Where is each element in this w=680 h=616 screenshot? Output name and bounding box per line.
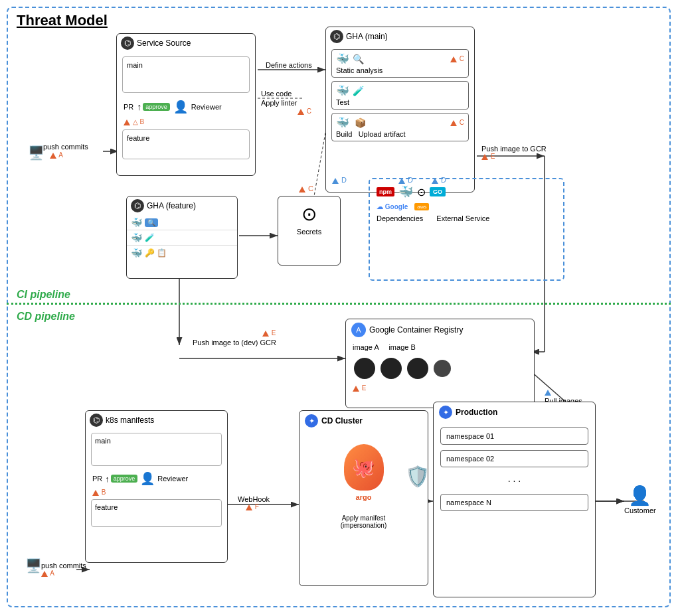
- threat-d-1: D: [332, 176, 347, 184]
- cd-cluster-box: ✦ CD Cluster 🐙 argo Apply manifest (impe…: [299, 410, 428, 586]
- gha-main-title: GHA (main): [346, 32, 388, 41]
- threat-c-tri-build: [450, 120, 457, 126]
- go-icon: GO: [430, 187, 446, 196]
- service-source-header: ⌬ Service Source: [117, 34, 255, 52]
- define-actions-label: Define actions: [266, 61, 312, 69]
- threat-e-gcr: E: [481, 153, 495, 160]
- gha-feature-row3: 🐳 🔑 📋: [127, 246, 237, 260]
- test-label: Test: [336, 98, 464, 106]
- gcr-header: A Google Container Registry: [346, 319, 534, 341]
- gha-feature-row2: 🐳 🧪: [127, 230, 237, 246]
- threat-e-pull: [545, 388, 552, 396]
- k8s-feature-branch: feature: [95, 503, 218, 511]
- pr-label-ci: PR: [124, 103, 133, 111]
- main-branch-label: main: [127, 61, 245, 69]
- gcr-image-circle-3: [407, 358, 428, 379]
- static-analysis-box: 🐳 🔍 C Static analysis: [331, 49, 469, 78]
- production-box: ✦ Production namespace 01 namespace 02 ·…: [433, 402, 596, 597]
- threat-e-dev: E: [262, 329, 276, 337]
- docker-icon-dep: 🐳: [398, 185, 413, 199]
- threat-model-title: Threat Model: [17, 12, 108, 29]
- push-image-dev-gcr-label: Push image to (dev) GCR: [193, 339, 276, 346]
- argo-label: argo: [356, 493, 372, 501]
- gha-feature-title: GHA (feature): [147, 201, 196, 210]
- gcr-box: A Google Container Registry image A imag…: [345, 319, 535, 408]
- push-image-gcr-label: Push image to GCR: [481, 145, 547, 153]
- service-source-title: Service Source: [137, 38, 191, 48]
- google-cloud-icon: ☁ Google: [377, 203, 408, 210]
- k8s-header: ⌬ k8s manifests: [86, 411, 227, 429]
- cd-cluster-header: ✦ CD Cluster: [299, 411, 428, 431]
- github-icon-secrets: ⊙: [278, 203, 340, 225]
- github-icon-k8s: ⌬: [90, 414, 103, 427]
- ellipsis: · · ·: [434, 473, 595, 489]
- threat-f-webhook: F: [246, 503, 259, 510]
- gha-feature-row1: 🐳 🔍: [127, 215, 237, 230]
- github-icon-dep: ⊙: [417, 186, 426, 198]
- push-commits-cd-label: push commits: [41, 562, 86, 570]
- gcr-title: Google Container Registry: [369, 325, 463, 335]
- argo-icon: 🐙: [344, 444, 384, 491]
- static-analysis-label: Static analysis: [336, 66, 464, 74]
- k8s-reviewer-icon: 👤: [140, 471, 155, 486]
- gcr-a-icon: A: [351, 323, 366, 337]
- ci-pipeline-label: CI pipeline: [17, 289, 70, 301]
- threat-e-gcr-box: E: [346, 383, 534, 393]
- k8s-reviewer-label: Reviewer: [157, 475, 188, 483]
- gha-feature-box: ⌬ GHA (feature) 🐳 🔍 🐳 🧪 🐳 🔑 📋: [126, 196, 238, 279]
- npm-icon: npm: [377, 187, 394, 196]
- external-service-label: External Service: [436, 214, 489, 222]
- threat-a-ci: A: [50, 151, 63, 159]
- build-upload-box: 🐳 📦 C Build Upload artifact: [331, 113, 469, 141]
- gha-main-box: ⌬ GHA (main) 🐳 🔍 C Static analysis 🐳 🧪 T…: [325, 27, 475, 193]
- namespace-02-box: namespace 02: [440, 450, 588, 467]
- apply-linter-label: Apply linter: [261, 99, 297, 107]
- approve-badge-ci: approve: [143, 103, 170, 111]
- threat-b-tri-ci: [124, 119, 130, 125]
- gcr-image-circle-1: [354, 358, 375, 379]
- k8s-approve-badge: approve: [111, 475, 138, 483]
- test-box: 🐳 🧪 Test: [331, 81, 469, 110]
- apply-manifest-label: Apply manifest (impersonation): [299, 514, 428, 529]
- customer-area: 👤 Customer: [624, 485, 656, 514]
- production-header: ✦ Production: [434, 402, 595, 422]
- secrets-label: Secrets: [278, 228, 340, 236]
- cd-pipeline-label: CD pipeline: [17, 311, 75, 323]
- green-separator: [7, 303, 671, 305]
- customer-person-icon: 👤: [624, 485, 656, 506]
- shield-icon: 🛡️: [405, 465, 430, 488]
- use-code-label: Use code: [261, 90, 292, 98]
- threat-a-cd: A: [41, 570, 54, 577]
- diagram: Threat Model: [0, 0, 680, 616]
- reviewer-icon-ci: 👤: [173, 100, 188, 114]
- build-upload-label: Build Upload artifact: [336, 130, 464, 138]
- dependencies-content: npm 🐳 ⊙ GO ☁ Google aws Dependencies Ext…: [370, 179, 563, 228]
- namespace-n-box: namespace N: [440, 494, 588, 511]
- k8s-pr-label: PR: [92, 475, 102, 483]
- threat-c-tri-sa: [450, 56, 457, 62]
- k8s-title: k8s manifests: [106, 416, 154, 425]
- threat-b-label-ci: △ B: [133, 118, 144, 125]
- feature-branch-label: feature: [127, 134, 245, 142]
- k8s-icon-prod: ✦: [439, 406, 452, 419]
- customer-label: Customer: [624, 506, 656, 514]
- push-commits-ci-label: push commits: [43, 143, 88, 151]
- webhook-label: WebHook: [238, 495, 270, 503]
- dependencies-border: npm 🐳 ⊙ GO ☁ Google aws Dependencies Ext…: [369, 178, 564, 281]
- github-icon-main: ⌬: [330, 30, 343, 43]
- monitor-icon-ci: 🖥️: [28, 145, 44, 161]
- threat-c-use-code: C: [298, 108, 311, 115]
- reviewer-label-ci: Reviewer: [191, 103, 222, 111]
- github-icon-service: ⌬: [121, 37, 134, 50]
- threat-b-k8s: B: [86, 488, 227, 497]
- cd-cluster-title: CD Cluster: [321, 416, 363, 425]
- gcr-image-labels: image A image B: [346, 341, 534, 354]
- dependencies-label: Dependencies: [377, 214, 423, 222]
- gha-feature-header: ⌬ GHA (feature): [127, 196, 237, 215]
- secrets-box: ⊙ Secrets: [278, 196, 341, 266]
- github-icon-feature: ⌬: [131, 199, 144, 212]
- monitor-icon-cd: 🖥️: [25, 558, 42, 574]
- service-source-box: ⌬ Service Source main PR ↑ approve 👤 Rev…: [116, 33, 256, 176]
- k8s-icon-cd: ✦: [305, 414, 318, 427]
- gcr-image-circle-4: [434, 360, 451, 377]
